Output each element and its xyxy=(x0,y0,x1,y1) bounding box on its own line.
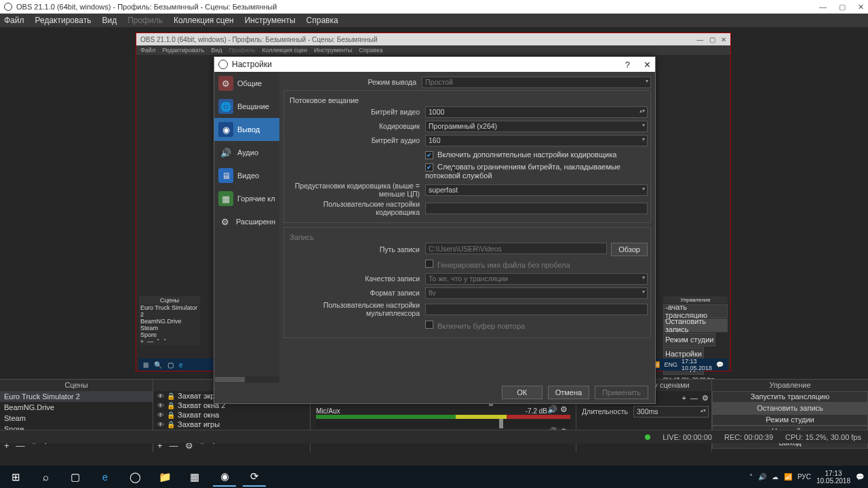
nav-advanced[interactable]: ⚙Расширенн xyxy=(214,210,279,233)
live-status: LIVE: 00:00:00 xyxy=(663,433,712,441)
action-center-icon[interactable]: 💬 xyxy=(856,473,864,481)
help-icon[interactable]: ? xyxy=(625,60,630,70)
encoder-select[interactable]: Программный (x264)▾ xyxy=(425,121,648,132)
eye-icon[interactable]: 👁 xyxy=(157,392,164,400)
streaming-section: Потоковое вещание xyxy=(287,95,648,106)
eye-icon[interactable]: 👁 xyxy=(157,411,164,419)
maximize-icon[interactable]: ▢ xyxy=(839,3,846,12)
duration-input[interactable]: 300ms▴▾ xyxy=(633,406,709,418)
lock-icon[interactable]: 🔒 xyxy=(167,402,175,409)
menu-tools[interactable]: Инструменты xyxy=(245,16,296,25)
win-start-icon: ⊞ xyxy=(143,361,149,369)
filename-nospace-checkbox xyxy=(425,260,433,268)
recording-section: Запись xyxy=(287,232,648,243)
tray-lang[interactable]: РУС xyxy=(797,473,811,481)
start-button[interactable]: ⊞ xyxy=(4,468,27,487)
output-mode-select: Простой▾ xyxy=(422,77,651,88)
gear-icon[interactable]: ⚙ xyxy=(702,394,709,403)
recording-quality-select: То же, что у трансляции▾ xyxy=(425,273,648,285)
menu-scenecollection[interactable]: Коллекция сцен xyxy=(174,16,234,25)
nested-titlebar: OBS 21.1.0 (64bit, windows) - Профиль: Б… xyxy=(136,33,730,45)
eye-icon[interactable]: 👁 xyxy=(157,421,164,428)
onedrive-icon[interactable]: ☁ xyxy=(772,473,778,481)
apply-button: Применить xyxy=(595,386,648,399)
dialog-title: Настройки xyxy=(232,60,272,69)
search-icon[interactable]: ⌕ xyxy=(34,468,57,487)
browse-button[interactable]: Обзор xyxy=(611,243,648,256)
steam-icon[interactable]: ⟳ xyxy=(243,468,266,487)
recording-path-input: C:\Users\USER\Videos xyxy=(425,243,607,254)
lock-icon[interactable]: 🔒 xyxy=(167,411,175,419)
clock[interactable]: 17:1310.05.2018 xyxy=(816,470,850,485)
scene-item[interactable]: Euro Truck Simulator 2 xyxy=(0,391,153,402)
tray-up-icon[interactable]: ˄ xyxy=(749,473,753,481)
lock-icon[interactable]: 🔒 xyxy=(167,421,175,428)
settings-nav: ⚙Общие 🌐Вещание ◉Вывод 🔊Аудио 🖥Видео ▦Го… xyxy=(214,72,279,383)
encoder-preset-select[interactable]: superfast▾ xyxy=(425,184,648,196)
start-stream-button[interactable]: Запустить трансляцию xyxy=(712,391,868,403)
lock-icon[interactable]: 🔒 xyxy=(167,392,175,400)
nav-hotkeys[interactable]: ▦Горячие кл xyxy=(214,187,279,210)
cpu-status: CPU: 15.2%, 30.00 fps xyxy=(785,433,861,441)
nav-output[interactable]: ◉Вывод xyxy=(214,118,279,141)
studio-mode-button[interactable]: Режим студии xyxy=(712,414,868,426)
minimize-icon[interactable]: — xyxy=(819,3,827,12)
scene-item[interactable]: Steam xyxy=(0,413,153,424)
app-icon[interactable]: ▦ xyxy=(183,468,206,487)
close-icon[interactable]: ✕ xyxy=(644,60,651,70)
add-transition-button[interactable]: + xyxy=(682,394,686,403)
custom-muxer-input xyxy=(425,304,648,315)
nav-scrollbar[interactable] xyxy=(214,376,279,383)
nav-general[interactable]: ⚙Общие xyxy=(214,72,279,95)
settings-content: Режим вывода Простой▾ Потоковое вещание … xyxy=(279,72,655,383)
menu-help[interactable]: Справка xyxy=(307,16,338,25)
menu-file[interactable]: Файл xyxy=(4,16,24,25)
enforce-bitrate-checkbox[interactable] xyxy=(425,163,433,171)
recording-format-select: flv▾ xyxy=(425,287,648,299)
ok-button[interactable]: ОК xyxy=(502,386,542,399)
window-titlebar: OBS 21.1.0 (64bit, windows) - Профиль: Б… xyxy=(0,0,868,14)
speaker-icon[interactable]: 🔊 xyxy=(547,405,560,414)
obs-logo-icon xyxy=(218,60,228,69)
nav-video[interactable]: 🖥Видео xyxy=(214,164,279,187)
task-view-icon[interactable]: ▢ xyxy=(64,468,87,487)
obs-logo-icon xyxy=(4,3,12,11)
nav-audio[interactable]: 🔊Аудио xyxy=(214,141,279,164)
replay-buffer-checkbox[interactable] xyxy=(425,321,433,329)
nav-stream[interactable]: 🌐Вещание xyxy=(214,95,279,118)
source-item[interactable]: 👁🔒Захват игры xyxy=(153,420,310,429)
window-title: OBS 21.1.0 (64bit, windows) - Профиль: Б… xyxy=(16,3,277,11)
explorer-icon[interactable]: 📁 xyxy=(153,468,176,487)
app-icon[interactable]: ◯ xyxy=(123,468,146,487)
eye-icon[interactable]: 👁 xyxy=(157,402,164,409)
menu-edit[interactable]: Редактировать xyxy=(35,16,92,25)
gear-icon[interactable]: ⚙ xyxy=(560,405,570,414)
statusbar: LIVE: 00:00:00 REC: 00:00:39 CPU: 15.2%,… xyxy=(0,430,868,443)
custom-encoder-input[interactable] xyxy=(425,203,648,214)
obs-taskbar-icon[interactable]: ◉ xyxy=(213,468,236,487)
edge-icon[interactable]: e xyxy=(94,468,117,487)
menu-view[interactable]: Вид xyxy=(102,16,117,25)
video-bitrate-input[interactable]: 1000▴▾ xyxy=(425,106,648,118)
audio-bitrate-select[interactable]: 160▾ xyxy=(425,135,648,146)
windows-taskbar: ⊞ ⌕ ▢ e ◯ 📁 ▦ ◉ ⟳ ˄ 🔊 ☁ 📶 РУС 17:1310.05… xyxy=(0,466,868,488)
wifi-icon[interactable]: 📶 xyxy=(784,473,792,481)
dialog-titlebar: Настройки ? ✕ xyxy=(214,57,655,72)
menubar: Файл Редактировать Вид Профиль Коллекция… xyxy=(0,14,868,27)
settings-dialog: Настройки ? ✕ ⚙Общие 🌐Вещание ◉Вывод 🔊Ау… xyxy=(214,56,656,404)
menu-profile[interactable]: Профиль xyxy=(127,16,163,25)
cancel-button[interactable]: Отмена xyxy=(548,386,589,399)
source-item[interactable]: 👁🔒Захват окна xyxy=(153,410,310,420)
rec-status: REC: 00:00:39 xyxy=(724,433,773,441)
scene-item[interactable]: BeamNG.Drive xyxy=(0,402,153,413)
speaker-icon[interactable]: 🔊 xyxy=(758,473,766,481)
advanced-encoder-checkbox[interactable] xyxy=(425,151,433,159)
stop-record-button[interactable]: Остановить запись xyxy=(712,403,868,414)
close-icon[interactable]: ✕ xyxy=(858,3,864,12)
